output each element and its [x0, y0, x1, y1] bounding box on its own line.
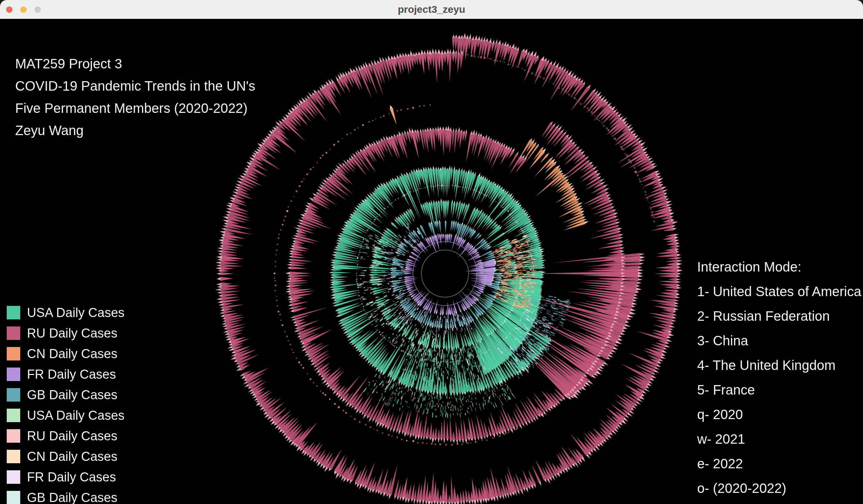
legend-item: RU Daily Cases: [7, 326, 124, 340]
interaction-item: 3- China: [697, 328, 863, 353]
window-title: project3_zeyu: [0, 0, 863, 19]
legend-swatch: [7, 347, 20, 361]
legend-item: RU Daily Cases: [7, 429, 124, 443]
legend-swatch: [7, 306, 20, 319]
legend-item: GB Daily Cases: [7, 491, 124, 504]
legend-swatch: [7, 429, 20, 443]
legend-item: USA Daily Cases: [7, 409, 124, 422]
legend-item: CN Daily Cases: [7, 347, 124, 361]
interaction-item: 2- Russian Federation: [697, 304, 863, 328]
legend-swatch: [7, 450, 20, 463]
interaction-item: e- 2022: [697, 451, 863, 476]
legend-label: FR Daily Cases: [27, 470, 116, 484]
header-line: Zeyu Wang: [15, 119, 255, 142]
legend-swatch: [7, 409, 20, 422]
legend-label: GB Daily Cases: [27, 491, 117, 504]
interaction-panel-title: Interaction Mode:: [697, 255, 863, 279]
legend-swatch: [7, 491, 20, 504]
interaction-item: 5- France: [697, 378, 863, 402]
legend-item: FR Daily Cases: [7, 470, 124, 484]
sketch-content-area: MAT259 Project 3COVID-19 Pandemic Trends…: [0, 19, 863, 504]
app-window: project3_zeyu MAT259 Project 3COVID-19 P…: [0, 0, 863, 504]
interaction-item: q- 2020: [697, 402, 863, 427]
legend-label: RU Daily Cases: [27, 429, 117, 443]
legend-label: USA Daily Cases: [27, 306, 124, 320]
legend-label: FR Daily Cases: [27, 367, 116, 382]
interaction-panel: Interaction Mode: 1- United States of Am…: [697, 255, 863, 504]
legend-label: RU Daily Cases: [27, 326, 117, 340]
interaction-item: 1- United States of America: [697, 279, 863, 304]
legend-swatch: [7, 326, 20, 340]
legend-item: GB Daily Cases: [7, 388, 124, 402]
interaction-item: w- 2021: [697, 427, 863, 451]
legend-label: CN Daily Cases: [27, 347, 117, 361]
interaction-item-list: 1- United States of America2- Russian Fe…: [697, 279, 863, 504]
legend: USA Daily CasesRU Daily CasesCN Daily Ca…: [7, 306, 124, 504]
legend-swatch: [7, 367, 20, 381]
legend-swatch: [7, 388, 20, 402]
legend-item: FR Daily Cases: [7, 367, 124, 381]
legend-item: CN Daily Cases: [7, 450, 124, 463]
header-line: MAT259 Project 3: [15, 53, 255, 75]
header-line: COVID-19 Pandemic Trends in the UN's: [15, 75, 255, 97]
legend-swatch: [7, 470, 20, 484]
legend-label: CN Daily Cases: [27, 449, 117, 464]
window-titlebar[interactable]: project3_zeyu: [0, 0, 863, 19]
interaction-item: 4- The United Kingdom: [697, 353, 863, 378]
legend-label: GB Daily Cases: [27, 388, 117, 402]
interaction-item: UP & DOWN- wave cases: [697, 501, 863, 504]
interaction-item: o- (2020-2022): [697, 476, 863, 501]
header-line: Five Permanent Members (2020-2022): [15, 97, 255, 119]
legend-label: USA Daily Cases: [27, 408, 124, 423]
legend-item: USA Daily Cases: [7, 306, 124, 319]
project-header: MAT259 Project 3COVID-19 Pandemic Trends…: [15, 53, 255, 142]
